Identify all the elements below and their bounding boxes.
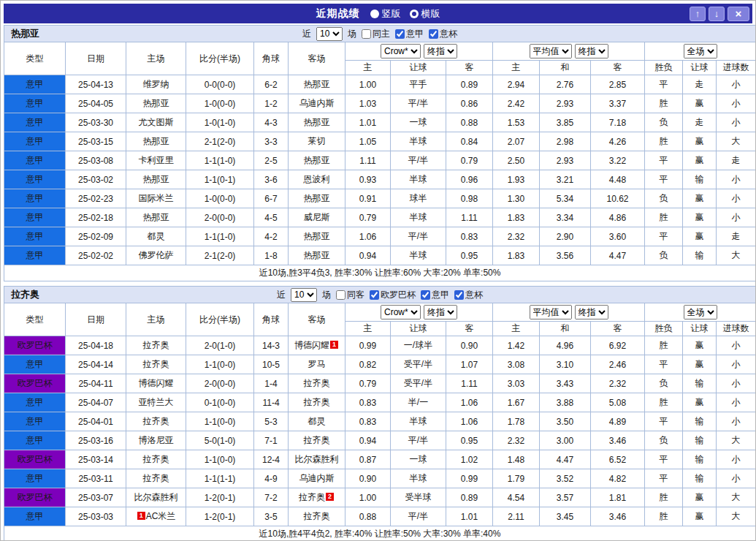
handicap-home-odds-cell: 0.87 bbox=[345, 450, 391, 469]
match-count-select[interactable]: 10 bbox=[316, 27, 343, 41]
handicap-away-odds-cell: 0.90 bbox=[446, 336, 493, 355]
handicap-line-cell: 受平/半 bbox=[391, 374, 446, 393]
move-up-button[interactable]: ↑ bbox=[690, 7, 706, 21]
handicap-home-odds-cell: 0.90 bbox=[345, 469, 391, 488]
filter-checkbox-option[interactable]: 意甲 bbox=[421, 289, 449, 301]
radio-icon[interactable] bbox=[410, 10, 419, 18]
corners-cell: 7-1 bbox=[254, 431, 289, 450]
away-team-cell: 比尔森胜利 bbox=[289, 450, 345, 469]
filter-checkbox[interactable] bbox=[336, 290, 345, 300]
scope-select[interactable]: 全场 bbox=[684, 44, 717, 58]
summary-row: 近10场,胜3平4负3, 胜率:30% 让胜率:60% 大率:20% 单率:50… bbox=[4, 265, 756, 281]
sub-header-avg-home: 主 bbox=[493, 61, 540, 75]
avg-away-odds-cell: 10.62 bbox=[591, 189, 645, 208]
filter-checkbox-option[interactable]: 意杯 bbox=[454, 289, 483, 301]
col-header-date: 日期 bbox=[66, 303, 126, 336]
avg-draw-odds-cell: 3.34 bbox=[540, 208, 591, 227]
scope-select[interactable]: 全场 bbox=[684, 305, 717, 319]
avg-away-odds-cell: 4.48 bbox=[591, 170, 645, 189]
score-cell: 1-1(1-1) bbox=[186, 469, 254, 488]
close-button[interactable]: × bbox=[728, 7, 749, 21]
matches-label: 场 bbox=[348, 28, 356, 40]
score-cell: 2-0(0-0) bbox=[186, 208, 254, 227]
sub-header-home-odds: 主 bbox=[345, 322, 391, 336]
handicap-line-cell: 半球 bbox=[391, 170, 446, 189]
away-team-cell: 热那亚 bbox=[289, 75, 345, 94]
average-odds-select[interactable]: 平均值 bbox=[530, 44, 572, 58]
over-under-cell: 小 bbox=[717, 94, 756, 113]
avg-away-odds-cell: 6.92 bbox=[591, 336, 645, 355]
handicap-home-odds-cell: 1.03 bbox=[345, 94, 391, 113]
league-cell: 意甲 bbox=[4, 151, 66, 170]
away-team-cell: 热那亚 bbox=[289, 227, 345, 246]
average-odds-select[interactable]: 平均值 bbox=[530, 305, 572, 319]
filter-checkbox-option[interactable]: 意甲 bbox=[395, 28, 424, 40]
filter-checkbox[interactable] bbox=[421, 290, 430, 300]
away-team-cell: 热那亚 bbox=[289, 189, 345, 208]
over-under-cell: 大 bbox=[717, 507, 756, 526]
handicap-home-odds-cell: 0.88 bbox=[345, 507, 391, 526]
handicap-line-cell: 一/球半 bbox=[391, 336, 446, 355]
handicap-result-cell: 赢 bbox=[683, 227, 717, 246]
avg-draw-odds-cell: 2.76 bbox=[540, 75, 591, 94]
handicap-away-odds-cell: 0.86 bbox=[446, 94, 493, 113]
avg-draw-odds-cell: 2.93 bbox=[540, 151, 591, 170]
handicap-away-odds-cell: 1.06 bbox=[446, 412, 493, 431]
filter-label: 同客 bbox=[347, 289, 364, 301]
score-cell: 0-1(0-0) bbox=[186, 393, 254, 412]
radio-icon[interactable] bbox=[370, 10, 379, 18]
over-under-cell: 大 bbox=[717, 246, 756, 265]
section-header-lazio: 拉齐奥 近10场同客欧罗巴杯意甲意杯 bbox=[4, 287, 756, 303]
avg-home-odds-cell: 1.83 bbox=[493, 208, 540, 227]
filter-checkbox[interactable] bbox=[395, 29, 405, 39]
final-odds-select-2[interactable]: 终指 bbox=[575, 305, 608, 319]
handicap-line-cell: 一球 bbox=[391, 113, 446, 132]
corners-cell: 4-3 bbox=[254, 113, 289, 132]
handicap-away-odds-cell: 1.11 bbox=[446, 374, 493, 393]
win-draw-loss-cell: 平 bbox=[645, 469, 683, 488]
final-odds-select-2[interactable]: 终指 bbox=[575, 44, 608, 58]
league-cell: 意甲 bbox=[4, 94, 66, 113]
layout-radio-option[interactable]: 横版 bbox=[410, 7, 440, 20]
league-cell: 欧罗巴杯 bbox=[4, 450, 66, 469]
odds-source-select[interactable]: Crow* bbox=[381, 44, 421, 58]
filter-checkbox-option[interactable]: 欧罗巴杯 bbox=[370, 289, 416, 301]
odds-source-select[interactable]: Crow* bbox=[381, 305, 421, 319]
win-draw-loss-cell: 胜 bbox=[645, 336, 683, 355]
date-cell: 25-02-02 bbox=[66, 246, 126, 265]
final-odds-select-1[interactable]: 终指 bbox=[424, 44, 457, 58]
over-under-cell: 走 bbox=[717, 151, 756, 170]
corners-cell: 3-3 bbox=[254, 132, 289, 151]
sub-header-goals: 进球数 bbox=[717, 322, 756, 336]
move-down-button[interactable]: ↓ bbox=[709, 7, 725, 21]
avg-draw-odds-cell: 2.98 bbox=[540, 132, 591, 151]
result-group-header: 全场 bbox=[645, 303, 756, 322]
filter-checkbox-option[interactable]: 同主 bbox=[362, 28, 390, 40]
win-draw-loss-cell: 胜 bbox=[645, 507, 683, 526]
avg-away-odds-cell: 3.60 bbox=[591, 227, 645, 246]
score-cell: 1-1(0-0) bbox=[186, 450, 254, 469]
layout-radio-option[interactable]: 竖版 bbox=[370, 7, 401, 20]
corners-cell: 12-4 bbox=[254, 450, 289, 469]
genoa-recent-results-table: 热那亚 近10场同主意甲意杯 类型 日期 主场 比分(半场) 角球 客场 Cro… bbox=[4, 25, 756, 281]
filter-checkbox-option[interactable]: 意杯 bbox=[429, 28, 457, 40]
corners-cell: 7-2 bbox=[254, 488, 289, 507]
handicap-home-odds-cell: 0.79 bbox=[345, 208, 391, 227]
handicap-result-cell: 赢 bbox=[683, 488, 717, 507]
match-row: 意甲25-02-23国际米兰1-0(0-0)6-7热那亚0.91球半0.981.… bbox=[4, 189, 756, 208]
avg-away-odds-cell: 6.52 bbox=[591, 450, 645, 469]
final-odds-select-1[interactable]: 终指 bbox=[424, 305, 457, 319]
handicap-away-odds-cell: 1.11 bbox=[446, 208, 493, 227]
filter-label: 意甲 bbox=[432, 289, 449, 301]
match-count-select[interactable]: 10 bbox=[291, 288, 317, 302]
team-name: 拉齐奥 bbox=[11, 288, 39, 301]
handicap-result-cell: 赢 bbox=[683, 132, 717, 151]
filter-checkbox[interactable] bbox=[429, 29, 438, 39]
filter-checkbox-option[interactable]: 同客 bbox=[336, 289, 364, 301]
filter-checkbox[interactable] bbox=[454, 290, 464, 300]
win-draw-loss-cell: 胜 bbox=[645, 488, 683, 507]
filter-checkbox[interactable] bbox=[362, 29, 371, 39]
over-under-cell: 小 bbox=[717, 469, 756, 488]
filter-checkbox[interactable] bbox=[370, 290, 379, 300]
score-cell: 1-2(0-1) bbox=[186, 507, 254, 526]
